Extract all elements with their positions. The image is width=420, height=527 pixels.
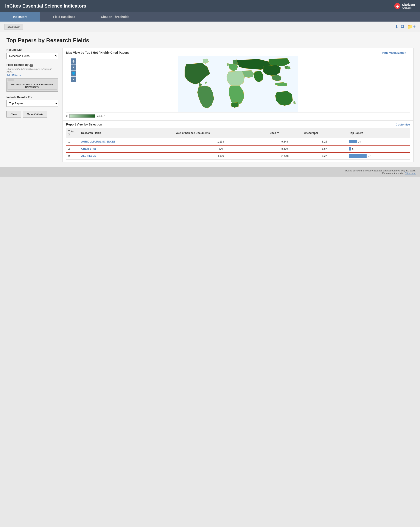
tab-indicators[interactable]: Indicators xyxy=(0,12,40,22)
cites-cell: 34,668 xyxy=(268,153,302,160)
field-cell[interactable]: CHEMISTRY xyxy=(79,145,174,153)
hide-visualization-link[interactable]: Hide Visualization — xyxy=(382,51,410,54)
col-top-papers[interactable]: Top Papers xyxy=(347,128,410,138)
nav-tabs: Indicators Field Baselines Citation Thre… xyxy=(0,12,420,22)
wos-docs-cell: 4,190 xyxy=(174,153,268,160)
sidebar: Results List Research Fields Filter Resu… xyxy=(6,48,58,162)
app-title: InCites Essential Science Indicators xyxy=(5,3,86,9)
report-title: Report View by Selection xyxy=(66,123,102,126)
legend-gradient xyxy=(69,114,95,118)
map-legend: 0 74,437 xyxy=(63,112,413,120)
include-label: Include Results For xyxy=(6,96,58,99)
map-wrapper: ✛ + 🌐 − xyxy=(66,56,410,112)
main-layout: Results List Research Fields Filter Resu… xyxy=(6,48,414,162)
legend-max: 74,437 xyxy=(97,114,105,118)
col-wos-docs[interactable]: Web of Science Documents xyxy=(174,128,268,138)
results-list-label: Results List xyxy=(6,48,58,51)
map-header: Map View by Top / Hot / Highly Cited Pap… xyxy=(63,48,413,56)
tab-citation-thresholds[interactable]: Citation Thresholds xyxy=(88,12,142,22)
map-controls: ✛ + 🌐 − xyxy=(71,58,76,82)
add-icon[interactable]: 📁+ xyxy=(407,24,416,30)
map-title: Map View by Top / Hot / Highly Cited Pap… xyxy=(66,51,129,54)
col-cites-per-paper[interactable]: Cites/Paper xyxy=(302,128,347,138)
top-papers-cell: 57 xyxy=(347,153,410,160)
footer: InCites Essential Science Indicators dat… xyxy=(0,167,420,176)
filter-tag: BEIJING TECHNOLOGY & BUSINESS UNIVERSITY xyxy=(8,82,57,90)
toolbar-actions: ⬇ ⧉ 📁+ xyxy=(395,24,416,30)
table-row[interactable]: 1 AGRICULTURAL SCIENCES 1,133 9,348 8.25… xyxy=(66,138,410,145)
logo-text: Clarivate Analytics xyxy=(402,3,415,9)
col-total: Total: 3 xyxy=(66,128,79,138)
copy-icon[interactable]: ⧉ xyxy=(401,24,404,30)
table-header-row: Total: 3 Research Fields Web of Science … xyxy=(66,128,410,138)
data-table: Total: 3 Research Fields Web of Science … xyxy=(66,128,410,160)
filter-section: Filter Results By ? Changing the filter … xyxy=(6,63,58,92)
wos-docs-cell: 1,133 xyxy=(174,138,268,145)
results-list-section: Results List Research Fields xyxy=(6,48,58,59)
rank-cell: 1 xyxy=(66,138,79,145)
cites-per-paper-cell: 8.57 xyxy=(302,145,347,153)
table-row[interactable]: 2 CHEMISTRY 996 8,539 8.57 5 xyxy=(66,145,410,153)
main-panel: Map View by Top / Hot / Highly Cited Pap… xyxy=(63,48,414,162)
zoom-in-button[interactable]: + xyxy=(71,65,76,70)
map-container: ✛ + 🌐 − xyxy=(63,56,413,112)
save-criteria-button[interactable]: Save Criteria xyxy=(23,111,47,118)
col-research-fields[interactable]: Research Fields xyxy=(79,128,174,138)
field-cell[interactable]: AGRICULTURAL SCIENCES xyxy=(79,138,174,145)
add-filter-link[interactable]: Add Filter » xyxy=(6,74,58,77)
top-papers-cell: 5 xyxy=(347,145,410,153)
cites-cell: 8,539 xyxy=(268,145,302,153)
toolbar: Indicators ⬇ ⧉ 📁+ xyxy=(0,22,420,32)
legend-min: 0 xyxy=(66,114,68,118)
tab-field-baselines[interactable]: Field Baselines xyxy=(40,12,88,22)
download-icon[interactable]: ⬇ xyxy=(395,24,399,30)
filter-label: Filter Results By xyxy=(6,63,29,66)
col-cites[interactable]: Cites ▼ xyxy=(268,128,302,138)
cites-per-paper-cell: 8.27 xyxy=(302,153,347,160)
page-title: Top Papers by Research Fields xyxy=(6,37,414,44)
app-header: InCites Essential Science Indicators ◈ C… xyxy=(0,0,420,12)
footer-more-info: For more information xyxy=(382,172,404,175)
minus-icon: — xyxy=(407,51,410,54)
report-section: Report View by Selection Customize Total… xyxy=(63,120,413,162)
rank-cell: 0 xyxy=(66,153,79,160)
customize-link[interactable]: Customize xyxy=(396,123,410,126)
pan-control[interactable]: ✛ xyxy=(71,58,76,64)
page-content: Top Papers by Research Fields Results Li… xyxy=(0,32,420,167)
footer-link[interactable]: Click Here xyxy=(405,172,416,175)
filter-note: Changing the filter field removes all cu… xyxy=(6,68,58,73)
breadcrumb: Indicators xyxy=(4,24,23,30)
filter-header: Filter Results By ? xyxy=(6,63,58,68)
top-papers-cell: 24 xyxy=(347,138,410,145)
clarivate-logo: ◈ Clarivate Analytics xyxy=(394,3,415,9)
footer-text: InCites Essential Science Indicators dat… xyxy=(345,169,416,172)
help-icon[interactable]: ? xyxy=(30,64,33,67)
wos-docs-cell: 996 xyxy=(174,145,268,153)
cites-per-paper-cell: 8.25 xyxy=(302,138,347,145)
clarivate-logo-icon: ◈ xyxy=(394,3,400,9)
table-row[interactable]: 0 ALL FIELDS 4,190 34,668 8.27 57 xyxy=(66,153,410,160)
results-list-select[interactable]: Research Fields xyxy=(6,53,58,59)
world-map-svg[interactable] xyxy=(66,56,410,112)
include-section: Include Results For Top Papers xyxy=(6,96,58,107)
rank-cell: 2 xyxy=(66,145,79,153)
field-cell[interactable]: ALL FIELDS xyxy=(79,153,174,160)
globe-button[interactable]: 🌐 xyxy=(71,70,76,76)
zoom-out-button[interactable]: − xyxy=(71,77,76,82)
clear-button[interactable]: Clear xyxy=(6,111,21,118)
cites-cell: 9,348 xyxy=(268,138,302,145)
report-header: Report View by Selection Customize xyxy=(66,123,410,126)
include-select[interactable]: Top Papers xyxy=(6,100,58,107)
sidebar-buttons: Clear Save Criteria xyxy=(6,111,58,118)
